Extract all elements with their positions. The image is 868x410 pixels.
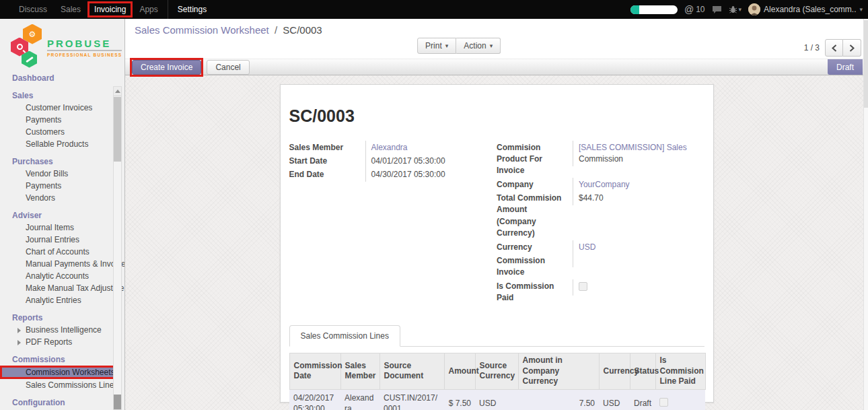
breadcrumb-parent-link[interactable]: Sales Commission Worksheet: [135, 24, 269, 36]
sidebar-item-payments-sales[interactable]: Payments: [0, 114, 124, 126]
column-header-currency[interactable]: Currency: [599, 353, 630, 390]
column-header-amount[interactable]: Amount: [444, 353, 475, 390]
field-label-total-commission: Total Commision Amount (Company Currency…: [497, 192, 573, 241]
start-date-value: 04/01/2017 05:30:00: [365, 154, 497, 168]
expand-arrow-icon: [17, 340, 21, 345]
sidebar-item-business-intelligence[interactable]: Business Intelligence: [0, 324, 124, 336]
topbar-systray: @ 10 ▾: [630, 3, 863, 15]
sidebar-menu: Dashboard Sales Customer Invoices Paymen…: [0, 70, 124, 410]
window-scrollbar[interactable]: [863, 19, 868, 410]
sidebar-section-reports[interactable]: Reports: [0, 312, 124, 324]
at-icon: @: [684, 4, 694, 15]
tab-bar: Sales Commission Lines: [289, 325, 704, 347]
form-background: SC/0003 Sales Member Alexandra Start Dat…: [125, 75, 868, 410]
sidebar-item-sales-commissions-lines[interactable]: Sales Commissions Lines: [0, 379, 124, 391]
create-invoice-button[interactable]: Create Invoice: [132, 60, 201, 75]
sidebar-section-configuration[interactable]: Configuration: [0, 397, 124, 409]
logo-hexagons-icon: ⚙: [8, 24, 46, 67]
field-label-start-date: Start Date: [289, 154, 365, 168]
sidebar-item-journal-entries[interactable]: Journal Entries: [0, 234, 124, 246]
sidebar-section-sales[interactable]: Sales: [0, 90, 124, 102]
sidebar-item-customers[interactable]: Customers: [0, 126, 124, 138]
cell-member[interactable]: Alexandra: [340, 389, 379, 410]
expand-arrow-icon: [17, 328, 21, 333]
column-header-source-document[interactable]: Source Document: [379, 353, 444, 390]
sidebar-item-manual-tax-adjustment[interactable]: Make Manual Tax Adjustme...: [0, 282, 124, 294]
scrollbar-thumb[interactable]: [114, 97, 121, 162]
menu-invoicing[interactable]: Invoicing: [87, 1, 133, 18]
column-header-sales-member[interactable]: Sales Member: [340, 353, 379, 390]
column-header-amount-company-currency[interactable]: Amount in Company Currency: [518, 353, 599, 390]
cell-source[interactable]: CUST.IN/2017/0001: [379, 389, 444, 410]
sidebar: ⚙ PROBUSE PROFESSIONAL BUSINESS Dashboar…: [0, 19, 125, 410]
sidebar-item-analytic-accounts[interactable]: Analytic Accounts: [0, 270, 124, 282]
logo-text: PROBUSE PROFESSIONAL BUSINESS: [47, 38, 122, 57]
cell-amount-company[interactable]: 7.50: [518, 389, 599, 410]
scroll-down-arrow-icon[interactable]: [114, 395, 121, 409]
sidebar-section-commissions[interactable]: Commissions: [0, 354, 124, 366]
cell-date[interactable]: 04/20/2017 05:30:00: [289, 389, 340, 410]
sidebar-item-manual-payments[interactable]: Manual Payments & Invoice...: [0, 258, 124, 270]
sidebar-item-commission-worksheets[interactable]: Commission Worksheets: [0, 366, 116, 379]
cell-source-currency[interactable]: USD: [475, 389, 518, 410]
field-label-commission-invoice: Commission Invoice: [497, 254, 573, 280]
company-link[interactable]: YourCompany: [579, 180, 630, 189]
sidebar-item-vendor-bills[interactable]: Vendor Bills: [0, 168, 124, 180]
menu-discuss[interactable]: Discuss: [12, 0, 54, 19]
sidebar-item-customer-invoices[interactable]: Customer Invoices: [0, 102, 124, 114]
field-label-end-date: End Date: [289, 168, 365, 182]
messages-icon[interactable]: [712, 5, 722, 14]
column-header-is-commission-line-paid[interactable]: Is Commision Line Paid: [655, 353, 705, 390]
commission-product-link[interactable]: [SALES COMMISSION] Sales: [579, 143, 687, 152]
cell-currency[interactable]: USD: [599, 389, 630, 410]
sidebar-section-purchases[interactable]: Purchases: [0, 156, 124, 168]
table-row[interactable]: 04/20/2017 05:30:00 Alexandra CUST.IN/20…: [289, 389, 705, 410]
cell-status[interactable]: Draft: [630, 389, 655, 410]
sidebar-item-pdf-reports[interactable]: PDF Reports: [0, 336, 124, 348]
tab-sales-commission-lines[interactable]: Sales Commission Lines: [289, 325, 400, 347]
avatar: [748, 3, 760, 15]
column-header-commission-date[interactable]: Commission Date: [289, 353, 340, 390]
menu-settings[interactable]: Settings: [171, 0, 213, 19]
commission-lines-table: Commission Date Sales Member Source Docu…: [289, 353, 706, 410]
sidebar-item-journal-items[interactable]: Journal Items: [0, 221, 124, 234]
sidebar-scrollbar[interactable]: [113, 86, 122, 410]
cancel-button[interactable]: Cancel: [207, 60, 249, 75]
pager-previous-button[interactable]: [825, 39, 843, 57]
sidebar-item-chart-of-accounts[interactable]: Chart of Accounts: [0, 246, 124, 258]
scroll-up-arrow-icon[interactable]: [114, 87, 121, 96]
commission-invoice-value: [573, 254, 703, 267]
sidebar-section-adviser[interactable]: Adviser: [0, 210, 124, 221]
line-paid-checkbox[interactable]: [659, 398, 668, 407]
cell-paid[interactable]: [655, 389, 705, 410]
breadcrumb: Sales Commission Worksheet / SC/0003: [135, 24, 859, 36]
control-buttons: Print▾ Action▾: [417, 38, 501, 54]
chevron-down-icon: ▾: [859, 6, 863, 13]
currency-link[interactable]: USD: [579, 242, 595, 252]
debug-bug-icon[interactable]: ▾: [729, 5, 742, 14]
sales-member-link[interactable]: Alexandra: [371, 143, 408, 152]
sidebar-item-payments-purchases[interactable]: Payments: [0, 180, 124, 192]
print-button[interactable]: Print▾: [417, 38, 456, 54]
cell-amount[interactable]: $ 7.50: [444, 389, 475, 410]
commission-product-rest: Commission: [579, 154, 623, 164]
menu-sales[interactable]: Sales: [54, 0, 87, 19]
column-header-source-currency[interactable]: Source Currency: [475, 353, 518, 390]
action-button[interactable]: Action▾: [456, 38, 501, 54]
progress-fill: [630, 5, 639, 14]
sidebar-item-dashboard[interactable]: Dashboard: [0, 73, 124, 84]
pager-next-button[interactable]: [843, 39, 861, 57]
sidebar-item-analytic-entries[interactable]: Analytic Entries: [0, 294, 124, 306]
sidebar-item-vendors[interactable]: Vendors: [0, 192, 124, 204]
chevron-down-icon: ▾: [490, 42, 493, 49]
is-commission-paid-checkbox[interactable]: [579, 282, 587, 291]
window-scrollbar-thumb[interactable]: [864, 20, 868, 108]
breadcrumb-separator: /: [275, 24, 277, 36]
sidebar-item-sellable-products[interactable]: Sellable Products: [0, 138, 124, 150]
mention-counter[interactable]: @ 10: [684, 4, 705, 15]
field-label-commission-product: Commision Product For Invoice: [497, 141, 573, 178]
menu-apps[interactable]: Apps: [133, 0, 164, 19]
table-header-row: Commission Date Sales Member Source Docu…: [289, 353, 705, 390]
user-menu[interactable]: Alexandra (Sales_comm.. ▾: [748, 3, 863, 15]
subscription-progress-pill[interactable]: [630, 5, 678, 14]
